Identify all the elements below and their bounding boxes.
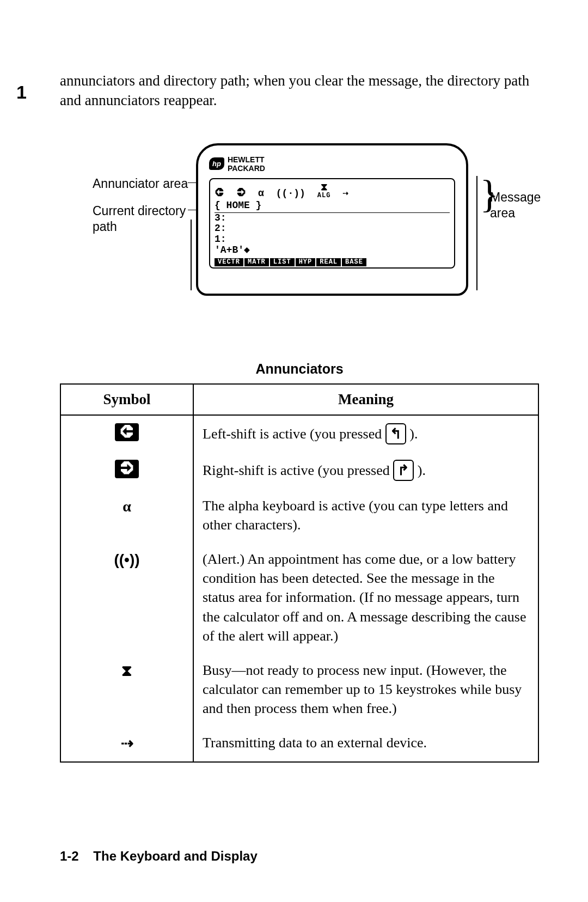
stack-line: 1: — [215, 234, 450, 245]
table-row: ((•)) (Alert.) An appointment has come d… — [60, 542, 538, 653]
meaning-text: Right-shift is active (you pressed — [203, 462, 393, 478]
label-message-area: Message area — [490, 190, 555, 221]
brand-line-1: HEWLETT — [228, 155, 265, 164]
figure-side-rule-left — [191, 220, 192, 290]
softkey: LIST — [270, 258, 295, 266]
right-shift-icon: ⮊ — [236, 188, 246, 199]
meaning-text: (Alert.) An appointment has come due, or… — [193, 542, 538, 653]
busy-icon: ⧗ — [121, 661, 132, 681]
label-current-directory-path: Current directory path — [93, 203, 191, 235]
directory-path-line: { HOME } — [215, 200, 450, 213]
alert-icon: ((•)) — [114, 550, 139, 570]
brand-line-2: PACKARD — [228, 164, 265, 173]
softkey: HYP — [296, 258, 316, 266]
busy-sublabel: ALG — [317, 192, 331, 199]
table-title: Annunciators — [60, 361, 539, 377]
table-row: α The alpha keyboard is active (you can … — [60, 489, 538, 542]
page: 1 annunciators and directory path; when … — [0, 0, 588, 902]
figure-side-rule-right — [476, 176, 477, 290]
left-shift-icon: ⮈ — [115, 423, 139, 442]
intro-paragraph: annunciators and directory path; when yo… — [60, 71, 539, 111]
hp-badge-icon: hp — [209, 157, 224, 170]
display-figure: Annunciator area Current directory path … — [103, 143, 495, 318]
alert-icon: ((·)) — [276, 188, 305, 199]
table-row: ⧗ Busy—not ready to process new input. (… — [60, 653, 538, 726]
table-row: ⮊ Right-shift is active (you pressed ↱ )… — [60, 452, 538, 489]
page-footer: 1-2 The Keyboard and Display — [60, 849, 258, 864]
alpha-icon: α — [258, 188, 264, 199]
annunciator-row: ⮈ ⮊ α ((·)) ⧗ ALG ⇢ — [215, 182, 450, 199]
alpha-icon: α — [122, 496, 131, 517]
col-header-meaning: Meaning — [193, 384, 538, 415]
command-line: 'A+B'◆ — [215, 245, 450, 256]
section-title: The Keyboard and Display — [93, 849, 257, 863]
meaning-text: ). — [409, 426, 418, 442]
transmit-icon: ⇢ — [121, 733, 133, 754]
right-shift-icon: ⮊ — [115, 460, 139, 478]
annunciators-table: Symbol Meaning ⮈ Left-shift is active (y… — [60, 383, 539, 763]
softkey: MATR — [244, 258, 269, 266]
col-header-symbol: Symbol — [60, 384, 193, 415]
label-annunciator-area: Annunciator area — [93, 176, 191, 192]
meaning-text: Transmitting data to an external device. — [193, 726, 538, 762]
meaning-text: Left-shift is active (you pressed — [203, 426, 385, 442]
meaning-text: The alpha keyboard is active (you can ty… — [193, 489, 538, 542]
meaning-text: ). — [418, 462, 426, 478]
brand-logo: hp HEWLETT PACKARD — [209, 155, 455, 173]
softkey-menu-row: VECTR MATR LIST HYP REAL BASE — [215, 258, 450, 266]
transmit-icon: ⇢ — [342, 188, 348, 199]
softkey: BASE — [342, 258, 366, 266]
page-number: 1-2 — [60, 849, 79, 863]
right-shift-key-icon: ↱ — [393, 460, 414, 481]
softkey: VECTR — [215, 258, 243, 266]
left-shift-icon: ⮈ — [215, 188, 224, 199]
stack-line: 2: — [215, 223, 450, 234]
softkey: REAL — [316, 258, 341, 266]
left-shift-key-icon: ↰ — [385, 423, 406, 444]
table-row: ⮈ Left-shift is active (you pressed ↰ ). — [60, 415, 538, 452]
table-row: ⇢ Transmitting data to an external devic… — [60, 726, 538, 762]
meaning-text: Busy—not ready to process new input. (Ho… — [193, 653, 538, 726]
lcd-screen: ⮈ ⮊ α ((·)) ⧗ ALG ⇢ { HOME } 3: 2: 1: 'A… — [209, 178, 455, 269]
chapter-number: 1 — [16, 82, 27, 103]
calculator-display-frame: hp HEWLETT PACKARD ⮈ ⮊ α ((·)) ⧗ ALG ⇢ — [196, 143, 468, 296]
stack-line: 3: — [215, 213, 450, 224]
